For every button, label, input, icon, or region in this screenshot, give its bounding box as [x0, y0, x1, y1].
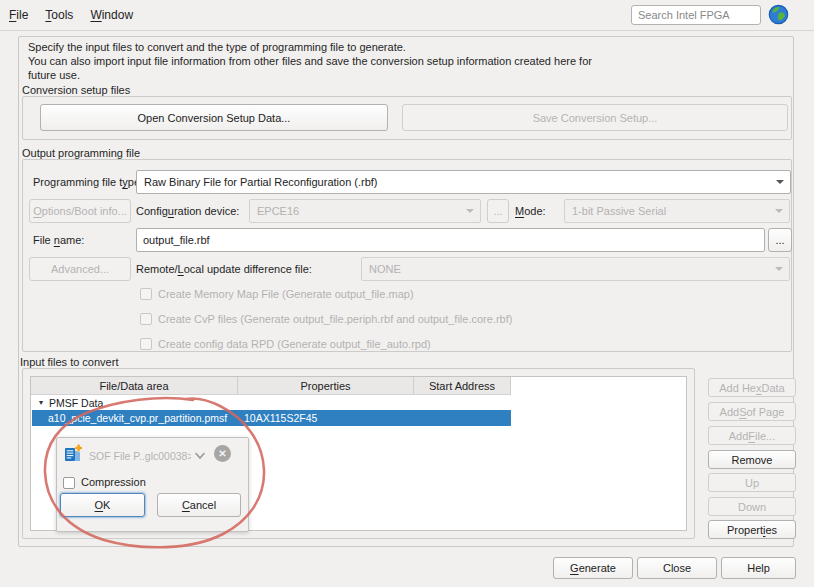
- create-memory-map-checkbox: [140, 288, 152, 300]
- add-hex-data-button: Add Hex Data: [708, 378, 796, 397]
- advanced-button: Advanced...: [29, 257, 131, 281]
- programming-file-type-value: Raw Binary File for Partial Reconfigurat…: [144, 176, 378, 188]
- selected-file-row[interactable]: a10_pcie_devkit_cvp.pr_partition.pmsf 10…: [32, 410, 511, 426]
- remote-local-update-value: NONE: [369, 263, 401, 275]
- file-name-browse-button[interactable]: ...: [768, 228, 792, 252]
- conversion-setup-section-label: Conversion setup files: [22, 84, 130, 96]
- sof-dialog-title: SOF File P..glc00038>: [89, 450, 191, 462]
- close-button[interactable]: Close: [637, 557, 717, 579]
- intro-line-2: You can also import input file informati…: [28, 55, 592, 67]
- add-file-button: Add File...: [708, 426, 796, 445]
- compression-label: Compression: [81, 476, 146, 488]
- add-sof-page-button: Add Sof Page: [708, 402, 796, 421]
- selected-file-properties: 10AX115S2F45: [244, 412, 317, 424]
- remote-local-update-label: Remote/Local update difference file:: [136, 263, 312, 275]
- create-cvp-files-label: Create CvP files (Generate output_file.p…: [158, 313, 512, 325]
- column-header-start-address[interactable]: Start Address: [414, 377, 511, 395]
- input-files-section-label: Input files to convert: [20, 356, 118, 368]
- generate-button[interactable]: Generate: [553, 557, 633, 579]
- chevron-down-icon: [775, 209, 783, 213]
- chevron-down-icon: [466, 209, 474, 213]
- globe-icon[interactable]: [768, 4, 789, 25]
- menu-window[interactable]: Window: [90, 8, 133, 22]
- programming-file-type-select[interactable]: Raw Binary File for Partial Reconfigurat…: [136, 170, 791, 194]
- ok-button[interactable]: OK: [60, 493, 145, 517]
- device-browse-button: ...: [487, 199, 509, 223]
- chevron-down-icon[interactable]: [195, 452, 205, 460]
- search-input[interactable]: [631, 5, 761, 25]
- configuration-device-select: EPCE16: [249, 199, 481, 223]
- configuration-device-value: EPCE16: [257, 205, 299, 217]
- chevron-down-icon: [775, 267, 783, 271]
- up-button: Up: [708, 473, 796, 492]
- create-config-rpd-checkbox: [140, 338, 152, 350]
- tree-row-pmsf-data[interactable]: ▾ PMSF Data: [31, 395, 509, 410]
- close-icon[interactable]: ✕: [214, 445, 231, 462]
- tree-group-label: PMSF Data: [49, 397, 103, 409]
- column-header-properties[interactable]: Properties: [238, 377, 414, 395]
- output-section-label: Output programming file: [22, 147, 140, 159]
- options-boot-info-button: Options/Boot info...: [29, 199, 131, 223]
- selected-file-name: a10_pcie_devkit_cvp.pr_partition.pmsf: [48, 412, 227, 424]
- create-config-rpd-label: Create config data RPD (Generate output_…: [158, 338, 431, 350]
- tree-expander-icon[interactable]: ▾: [39, 398, 43, 407]
- mode-select: 1-bit Passive Serial: [564, 199, 790, 223]
- column-header-file-data-area[interactable]: File/Data area: [31, 377, 238, 395]
- create-memory-map-label: Create Memory Map File (Generate output_…: [158, 288, 414, 300]
- menu-tools[interactable]: Tools: [45, 8, 73, 22]
- remote-local-update-select: NONE: [361, 257, 790, 281]
- help-button[interactable]: Help: [721, 557, 796, 579]
- intro-line-1: Specify the input files to convert and t…: [28, 41, 406, 53]
- properties-button[interactable]: Properties: [708, 520, 796, 539]
- programming-file-type-label: Programming file type:: [33, 176, 143, 188]
- menu-file[interactable]: File: [9, 8, 28, 22]
- sof-file-icon: [63, 444, 83, 464]
- configuration-device-label: Configuration device:: [136, 205, 239, 217]
- file-name-input[interactable]: [136, 228, 765, 252]
- chevron-down-icon: [776, 180, 784, 184]
- file-name-label: File name:: [33, 234, 84, 246]
- save-conversion-setup-button: Save Conversion Setup...: [402, 104, 788, 131]
- mode-value: 1-bit Passive Serial: [572, 205, 666, 217]
- create-cvp-files-checkbox: [140, 313, 152, 325]
- remove-button[interactable]: Remove: [708, 450, 796, 469]
- down-button: Down: [708, 497, 796, 516]
- menu-items: File Tools Window: [9, 0, 133, 30]
- mode-label: Mode:: [515, 205, 546, 217]
- cancel-button[interactable]: Cancel: [157, 493, 241, 517]
- menu-bar: File Tools Window: [0, 0, 814, 31]
- open-conversion-setup-data-button[interactable]: Open Conversion Setup Data...: [40, 104, 388, 131]
- intro-line-3: future use.: [28, 69, 80, 81]
- convert-programming-file-window: File Tools Window Specify the input file…: [0, 0, 814, 587]
- compression-checkbox[interactable]: [63, 477, 75, 489]
